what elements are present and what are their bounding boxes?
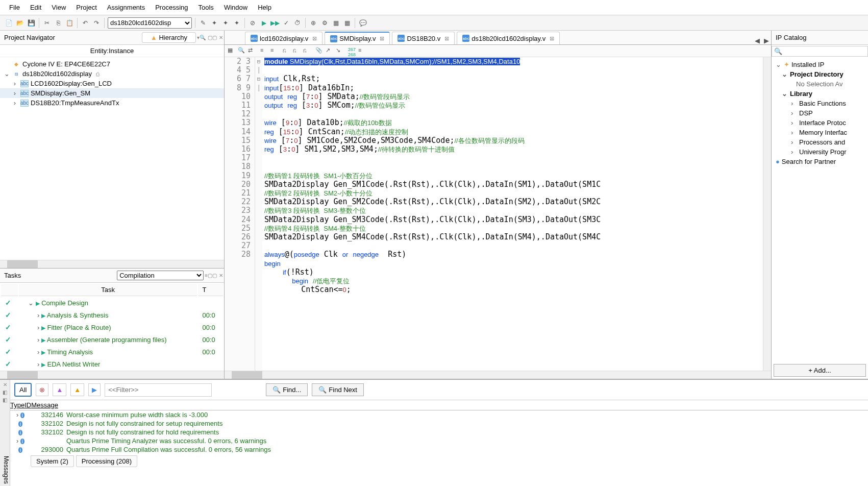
menu-tools[interactable]: Tools — [193, 2, 219, 13]
msg-findnext-button[interactable]: 🔍Find Next — [312, 383, 364, 396]
nav-close-icon[interactable]: ✕ — [218, 35, 224, 40]
msg-critical-filter-icon[interactable]: ▲ — [53, 383, 66, 396]
redo-icon[interactable]: ↷ — [92, 18, 101, 28]
tool-icon-3[interactable]: ✦ — [221, 18, 230, 28]
ed-icon[interactable]: ⎌ — [303, 47, 311, 55]
bookmark-icon[interactable]: 📎 — [315, 47, 324, 55]
stop-icon[interactable]: ⊘ — [248, 18, 257, 28]
msg-find-button[interactable]: 🔍Find... — [266, 383, 308, 396]
timing-icon[interactable]: ⏱ — [293, 18, 302, 28]
tree-item-selected[interactable]: ›abcSMDisplay:Gen_SM — [0, 88, 224, 98]
msg-opt-icon[interactable]: ◧ — [0, 397, 10, 403]
undo-icon[interactable]: ↶ — [81, 18, 90, 28]
task-row[interactable]: ✓⌄ ▶ Compile Design — [1, 297, 223, 308]
ed-icon[interactable]: ⇄ — [248, 47, 256, 55]
ip-projdir-row[interactable]: ⌄Project Directory — [774, 69, 866, 79]
editor-tab[interactable]: abcds18b20lcd1602display.v⊠ — [457, 32, 560, 44]
ip-category-row[interactable]: ›DSP — [774, 108, 866, 118]
menu-view[interactable]: View — [46, 2, 71, 13]
copy-icon[interactable]: ⎘ — [54, 18, 63, 28]
tool-icon-4[interactable]: ✦ — [232, 18, 241, 28]
ip-category-row[interactable]: ›Processors and — [774, 137, 866, 147]
tasks-mode-select[interactable]: Compilation — [117, 271, 204, 280]
chip-icon[interactable]: ▦ — [331, 18, 340, 28]
code-area[interactable]: module SMDisplay(Clk,Rst,Data16bIn,SMDat… — [262, 57, 763, 371]
msg-all-button[interactable]: All — [14, 383, 32, 397]
task-row[interactable]: ✓› ▶ EDA Netlist Writer — [1, 358, 223, 370]
ip-category-row[interactable]: ›Memory Interfac — [774, 128, 866, 137]
pin-planner-icon[interactable]: ⚙ — [320, 18, 329, 28]
ed-icon[interactable]: ⎌ — [283, 47, 291, 55]
tree-item[interactable]: ›abcLCD1602Display:Gen_LCD — [0, 79, 224, 88]
message-row[interactable]: i293000Quartus Prime Full Compilation wa… — [10, 445, 868, 454]
ed-icon[interactable]: ↘ — [336, 47, 344, 55]
save-icon[interactable]: 💾 — [27, 18, 36, 28]
compile-icon[interactable]: ▶ — [259, 18, 268, 28]
close-icon[interactable]: ⊠ — [312, 35, 317, 42]
menu-assignments[interactable]: Assignments — [102, 2, 150, 13]
ip-add-button[interactable]: + Add... — [774, 364, 866, 377]
ed-icon[interactable]: ↗ — [326, 47, 334, 55]
ip-library-row[interactable]: ⌄Library — [774, 89, 866, 99]
tasks-scrollbar-h[interactable] — [0, 371, 224, 379]
ip-installed-row[interactable]: ⌄✦Installed IP — [774, 60, 866, 69]
nav-scrollbar-h[interactable] — [0, 260, 224, 268]
tool-icon-2[interactable]: ✦ — [210, 18, 219, 28]
ed-icon[interactable]: 267268 — [348, 47, 356, 55]
tasks-close-icon[interactable]: ✕ — [218, 273, 224, 278]
nav-opt-icon[interactable]: ▢▢ — [207, 35, 218, 40]
ed-icon[interactable]: ▦ — [228, 47, 236, 55]
task-row[interactable]: ✓› ▶ Fitter (Place & Route)00:0 — [1, 322, 223, 333]
msg-info-filter-icon[interactable]: ▶ — [88, 383, 101, 396]
tab-nav-left-icon[interactable]: ◀ — [753, 37, 762, 44]
tasks-opt-icon[interactable]: ≡▢▢ — [204, 273, 218, 278]
root-entity-row[interactable]: ⌄⧈ds18b20lcd1602display⎙ — [0, 69, 224, 79]
project-selector[interactable]: ds18b20lcd1602disp — [108, 17, 192, 29]
tool-icon-1[interactable]: ✎ — [199, 18, 208, 28]
ip-category-row[interactable]: ›Basic Functions — [774, 99, 866, 108]
device-row[interactable]: ◆Cyclone IV E: EP4CE6E22C7 — [0, 59, 224, 69]
editor-scrollbar-v[interactable] — [763, 57, 771, 371]
close-icon[interactable]: ⊠ — [550, 35, 554, 42]
outdent-icon[interactable]: ≡ — [270, 47, 279, 55]
msg-tab-system[interactable]: System (2) — [31, 455, 74, 467]
close-icon[interactable]: ⊠ — [444, 35, 449, 42]
hierarchy-tab[interactable]: ▲ Hierarchy — [142, 32, 196, 43]
ip-category-row[interactable]: ›Interface Protoc — [774, 118, 866, 128]
ip-search-partner[interactable]: ●Search for Partner — [774, 157, 866, 166]
msg-filter-input[interactable] — [105, 383, 212, 397]
msg-pin-icon[interactable]: ◧ — [0, 390, 10, 395]
editor-scrollbar-h[interactable] — [225, 371, 771, 379]
open-icon[interactable]: 📂 — [15, 18, 24, 28]
tab-nav-right-icon[interactable]: ▶ — [762, 37, 771, 44]
menu-help[interactable]: Help — [253, 2, 277, 13]
message-row[interactable]: › iQuartus Prime Timing Analyzer was suc… — [10, 436, 868, 445]
tree-item[interactable]: ›abcDS18B20:TmpMeasureAndTx — [0, 98, 224, 108]
editor-tab[interactable]: abcSMDisplay.v⊠ — [325, 32, 390, 44]
menu-processing[interactable]: Processing — [150, 2, 193, 13]
message-row[interactable]: › i332146Worst-case minimum pulse width … — [10, 410, 868, 419]
analyze-icon[interactable]: ✓ — [282, 18, 291, 28]
fold-column[interactable]: ⊟ │ ⊟ │ — [255, 57, 262, 371]
menu-edit[interactable]: Edit — [25, 2, 46, 13]
new-file-icon[interactable]: 📄 — [4, 18, 13, 28]
nav-dropdown-icon[interactable]: ▾🔍 — [196, 35, 207, 40]
ed-icon[interactable]: ⎌ — [293, 47, 301, 55]
msg-warning-filter-icon[interactable]: ▲ — [70, 383, 84, 396]
task-row[interactable]: ✓› ▶ Analysis & Synthesis00:0 — [1, 309, 223, 321]
cut-icon[interactable]: ✂ — [42, 18, 52, 28]
help-icon[interactable]: 💬 — [358, 18, 367, 28]
programmer-icon[interactable]: ▦ — [342, 18, 352, 28]
msg-error-filter-icon[interactable]: ⊗ — [36, 383, 48, 396]
editor-tab[interactable]: abclcd1602display.v⊠ — [245, 32, 323, 44]
paste-icon[interactable]: 📋 — [65, 18, 74, 28]
indent-icon[interactable]: ≡ — [260, 47, 268, 55]
simulator-icon[interactable]: ⊕ — [309, 18, 318, 28]
find-icon[interactable]: 🔍 — [238, 47, 246, 55]
compile-all-icon[interactable]: ▶▶ — [270, 18, 280, 28]
msg-close-icon[interactable]: ✕ — [0, 382, 10, 387]
task-row[interactable]: ✓› ▶ Timing Analysis00:0 — [1, 346, 223, 357]
message-row[interactable]: i332102Design is not fully constrained f… — [10, 419, 868, 428]
close-icon[interactable]: ⊠ — [380, 35, 384, 42]
msg-tab-processing[interactable]: Processing (208) — [76, 455, 137, 467]
